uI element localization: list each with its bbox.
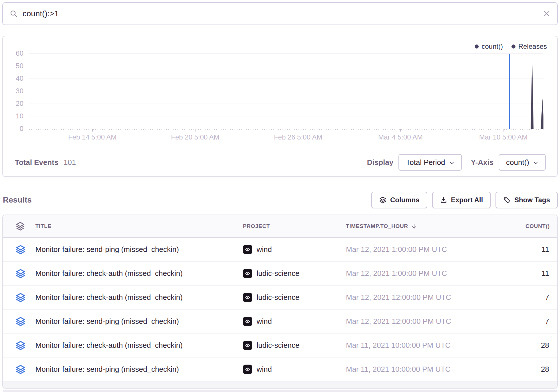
code-platform-icon bbox=[243, 269, 252, 278]
layers-icon bbox=[15, 340, 26, 351]
legend-label-releases: Releases bbox=[518, 43, 547, 50]
chart-minor-ticks bbox=[29, 129, 543, 130]
layers-icon bbox=[15, 316, 26, 327]
row-count: 11 bbox=[489, 245, 557, 254]
row-title: Monitor failure: send-ping (missed_check… bbox=[35, 245, 243, 254]
row-timestamp: Mar 11, 2021 10:00:00 PM UTC bbox=[346, 365, 489, 374]
x-tick bbox=[195, 129, 196, 132]
x-tick-label: Feb 20 5:00 AM bbox=[171, 133, 219, 141]
column-header-project[interactable]: PROJECT bbox=[243, 223, 346, 229]
chart-baseline bbox=[29, 129, 543, 129]
chevron-down-icon bbox=[533, 160, 538, 165]
table-body: Monitor failure: send-ping (missed_check… bbox=[3, 238, 557, 381]
row-timestamp: Mar 12, 2021 12:00:00 PM UTC bbox=[346, 293, 489, 302]
row-title: Monitor failure: check-auth (missed_chec… bbox=[35, 293, 243, 302]
row-title: Monitor failure: send-ping (missed_check… bbox=[35, 365, 243, 374]
x-tick bbox=[298, 129, 298, 132]
x-tick-label: Feb 26 5:00 AM bbox=[274, 133, 322, 141]
y-tick-label: 10 bbox=[16, 112, 23, 120]
y-tick-label: 50 bbox=[16, 62, 23, 70]
row-count: 11 bbox=[489, 269, 557, 278]
column-header-title[interactable]: TITLE bbox=[35, 223, 243, 229]
pagination-stub bbox=[3, 390, 557, 392]
y-tick-label: 20 bbox=[16, 100, 23, 108]
layers-icon bbox=[15, 292, 26, 303]
table-row[interactable]: Monitor failure: send-ping (missed_check… bbox=[3, 310, 557, 334]
layers-icon bbox=[15, 245, 26, 255]
show-tags-button-label: Show Tags bbox=[514, 196, 550, 204]
columns-button[interactable]: Columns bbox=[371, 192, 427, 208]
events-chart-panel: count() Releases 0102030405060 Feb 14 5:… bbox=[2, 36, 558, 177]
display-dropdown[interactable]: Total Period bbox=[398, 154, 462, 171]
row-timestamp: Mar 11, 2021 10:00:00 PM UTC bbox=[346, 341, 489, 350]
download-icon bbox=[440, 196, 447, 204]
row-project: ludic-science bbox=[243, 293, 346, 302]
column-header-timestamp[interactable]: TIMESTAMP.TO_HOUR bbox=[346, 223, 489, 229]
results-heading: Results bbox=[2, 195, 32, 205]
legend-dot-count-icon bbox=[475, 45, 479, 49]
row-title: Monitor failure: check-auth (missed_chec… bbox=[35, 341, 243, 350]
sort-desc-arrow-icon bbox=[411, 223, 417, 229]
legend-item-count[interactable]: count() bbox=[475, 43, 503, 50]
row-project-name: wind bbox=[257, 245, 272, 254]
code-platform-icon bbox=[243, 245, 252, 254]
yaxis-label: Y-Axis bbox=[471, 158, 494, 167]
row-icon-cell bbox=[3, 364, 35, 375]
clear-search-icon[interactable] bbox=[543, 10, 550, 17]
row-project: wind bbox=[243, 317, 346, 326]
chevron-down-icon bbox=[449, 160, 454, 165]
total-events-value: 101 bbox=[64, 158, 76, 167]
table-header-row: TITLE PROJECT TIMESTAMP.TO_HOUR COUNT() bbox=[3, 215, 557, 238]
results-table: TITLE PROJECT TIMESTAMP.TO_HOUR COUNT() … bbox=[2, 215, 558, 389]
row-count: 28 bbox=[489, 341, 557, 350]
row-icon-cell bbox=[3, 316, 35, 327]
row-project: wind bbox=[243, 245, 346, 254]
code-platform-icon bbox=[243, 341, 252, 350]
total-events-label: Total Events bbox=[15, 158, 59, 167]
display-label: Display bbox=[367, 158, 394, 167]
row-count: 7 bbox=[489, 317, 557, 326]
yaxis-dropdown[interactable]: count() bbox=[499, 154, 546, 171]
search-input[interactable] bbox=[23, 9, 543, 18]
row-icon-cell bbox=[3, 268, 35, 279]
x-tick-label: Feb 14 5:00 AM bbox=[68, 133, 116, 141]
results-bar: Results Columns Export All Show Tags bbox=[2, 191, 558, 209]
y-tick-label: 60 bbox=[16, 49, 23, 57]
legend-label-count: count() bbox=[482, 43, 503, 50]
columns-button-label: Columns bbox=[390, 196, 420, 204]
row-project-name: ludic-science bbox=[257, 341, 299, 350]
layers-icon bbox=[15, 364, 26, 375]
legend-item-releases[interactable]: Releases bbox=[511, 43, 547, 50]
count-spike bbox=[531, 54, 533, 129]
row-title: Monitor failure: send-ping (missed_check… bbox=[35, 317, 243, 326]
row-timestamp: Mar 12, 2021 12:00:00 PM UTC bbox=[346, 317, 489, 326]
row-project: wind bbox=[243, 365, 346, 374]
table-row[interactable]: Monitor failure: check-auth (missed_chec… bbox=[3, 286, 557, 310]
table-row[interactable]: Monitor failure: send-ping (missed_check… bbox=[3, 238, 557, 262]
chart-y-axis: 0102030405060 bbox=[3, 53, 26, 129]
row-icon-cell bbox=[3, 245, 35, 255]
y-tick-label: 30 bbox=[16, 87, 23, 95]
chart-footer: Total Events 101 Display Total Period Y-… bbox=[3, 150, 557, 176]
export-all-button[interactable]: Export All bbox=[432, 192, 491, 208]
x-tick bbox=[92, 129, 93, 132]
header-icon-cell bbox=[3, 221, 35, 231]
release-marker-line bbox=[509, 54, 510, 129]
discover-page: count() Releases 0102030405060 Feb 14 5:… bbox=[0, 0, 560, 392]
export-all-button-label: Export All bbox=[451, 196, 483, 204]
row-project-name: ludic-science bbox=[257, 269, 299, 278]
row-timestamp: Mar 12, 2021 1:00:00 PM UTC bbox=[346, 245, 489, 254]
chart-plot bbox=[29, 53, 543, 129]
table-row[interactable]: Monitor failure: check-auth (missed_chec… bbox=[3, 262, 557, 286]
count-series bbox=[29, 53, 543, 129]
x-tick-label: Mar 4 5:00 AM bbox=[378, 133, 423, 141]
row-icon-cell bbox=[3, 292, 35, 303]
table-row[interactable]: Monitor failure: check-auth (missed_chec… bbox=[3, 334, 557, 357]
table-row[interactable]: Monitor failure: send-ping (missed_check… bbox=[3, 357, 557, 381]
row-project: ludic-science bbox=[243, 341, 346, 350]
chart-x-axis: Feb 14 5:00 AMFeb 20 5:00 AMFeb 26 5:00 … bbox=[29, 133, 543, 142]
row-project-name: ludic-science bbox=[257, 293, 299, 302]
column-header-count[interactable]: COUNT() bbox=[489, 223, 557, 229]
show-tags-button[interactable]: Show Tags bbox=[495, 192, 558, 208]
display-dropdown-value: Total Period bbox=[406, 158, 445, 167]
